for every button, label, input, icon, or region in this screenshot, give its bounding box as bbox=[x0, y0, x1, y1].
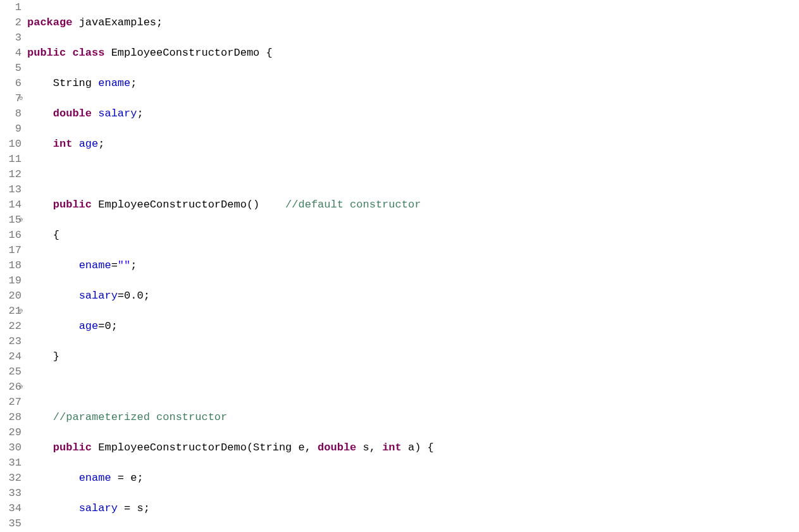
constructor-name: EmployeeConstructorDemo bbox=[98, 199, 247, 211]
code-line[interactable]: { bbox=[27, 228, 799, 243]
line-number: 13 bbox=[0, 182, 22, 197]
fold-icon[interactable]: ⊖ bbox=[19, 96, 23, 102]
punct: = bbox=[118, 290, 124, 302]
code-line[interactable]: salary=0.0; bbox=[27, 288, 799, 304]
punct: { bbox=[53, 229, 59, 241]
line-number: 14 bbox=[0, 197, 22, 213]
code-line[interactable]: int age; bbox=[27, 137, 799, 152]
keyword: public bbox=[53, 199, 92, 211]
fold-icon[interactable]: ⊖ bbox=[19, 308, 23, 314]
line-number: 34 bbox=[0, 501, 22, 516]
line-number: 35 bbox=[0, 516, 22, 531]
line-number: 11 bbox=[0, 152, 22, 167]
code-line[interactable]: public EmployeeConstructorDemo() //defau… bbox=[27, 197, 799, 213]
line-number: 6 bbox=[0, 76, 22, 91]
code-line[interactable]: public class EmployeeConstructorDemo { bbox=[27, 46, 799, 61]
code-line[interactable]: double salary; bbox=[27, 106, 799, 121]
code-area[interactable]: package javaExamples; public class Emplo… bbox=[26, 0, 799, 532]
line-number: 30 bbox=[0, 440, 22, 455]
line-number: 20 bbox=[0, 288, 22, 304]
code-line[interactable] bbox=[27, 167, 799, 182]
param: s bbox=[363, 442, 369, 454]
code-line[interactable]: } bbox=[27, 349, 799, 364]
code-line[interactable]: public EmployeeConstructorDemo(String e,… bbox=[27, 440, 799, 455]
punct: ; bbox=[111, 320, 118, 332]
punct: , bbox=[369, 442, 376, 454]
line-number: 27 bbox=[0, 395, 22, 410]
line-number: 9 bbox=[0, 121, 22, 137]
field: ename bbox=[79, 259, 111, 271]
line-number: 5 bbox=[0, 61, 22, 76]
field: ename bbox=[98, 77, 130, 89]
punct: ; bbox=[137, 472, 143, 484]
code-line[interactable]: ename=""; bbox=[27, 258, 799, 273]
punct: ; bbox=[130, 77, 137, 89]
line-number: 1 bbox=[0, 0, 22, 15]
keyword: double bbox=[53, 108, 92, 120]
code-line[interactable]: package javaExamples; bbox=[27, 15, 799, 30]
line-number: 4 bbox=[0, 46, 22, 61]
line-number: 19 bbox=[0, 273, 22, 288]
punct: = bbox=[118, 472, 124, 484]
number-literal: 0.0 bbox=[124, 290, 144, 302]
punct: ; bbox=[156, 16, 163, 28]
punct: = bbox=[124, 502, 130, 514]
field: age bbox=[79, 138, 99, 150]
line-number: 33 bbox=[0, 486, 22, 501]
line-number-gutter: 1 2 3 4 5 6 7⊖ 8 9 10 11 12 13 14 15⊖ 16… bbox=[0, 0, 26, 532]
line-number: 29 bbox=[0, 425, 22, 440]
number-literal: 0 bbox=[104, 320, 111, 332]
constructor-name: EmployeeConstructorDemo bbox=[98, 442, 247, 454]
fold-icon[interactable]: ⊖ bbox=[19, 384, 23, 390]
line-number: 2 bbox=[0, 15, 22, 30]
punct: ) bbox=[253, 199, 259, 211]
code-line[interactable] bbox=[27, 380, 799, 395]
line-number: 8 bbox=[0, 106, 22, 121]
field: salary bbox=[79, 502, 118, 514]
class-name: EmployeeConstructorDemo bbox=[111, 47, 260, 59]
code-line[interactable]: salary = s; bbox=[27, 501, 799, 516]
keyword: int bbox=[382, 442, 402, 454]
identifier: javaExamples bbox=[79, 16, 156, 28]
keyword: public bbox=[27, 47, 66, 59]
line-number[interactable]: 26⊖ bbox=[0, 380, 22, 395]
line-number: 31 bbox=[0, 455, 22, 471]
fold-icon[interactable]: ⊖ bbox=[19, 217, 23, 223]
code-line[interactable]: String ename; bbox=[27, 76, 799, 91]
line-number: 3 bbox=[0, 30, 22, 46]
line-number[interactable]: 15⊖ bbox=[0, 213, 22, 228]
punct: , bbox=[305, 442, 311, 454]
identifier: e bbox=[130, 472, 137, 484]
code-line[interactable]: //parameterized constructor bbox=[27, 410, 799, 425]
code-line[interactable]: ename = e; bbox=[27, 471, 799, 486]
line-number: 23 bbox=[0, 334, 22, 349]
type: String bbox=[253, 442, 292, 454]
line-number: 12 bbox=[0, 167, 22, 182]
line-number: 22 bbox=[0, 319, 22, 334]
keyword: class bbox=[72, 47, 104, 59]
punct: = bbox=[98, 320, 104, 332]
keyword: package bbox=[27, 16, 72, 28]
code-editor[interactable]: 1 2 3 4 5 6 7⊖ 8 9 10 11 12 13 14 15⊖ 16… bbox=[0, 0, 799, 532]
line-number[interactable]: 21⊖ bbox=[0, 304, 22, 319]
line-number: 18 bbox=[0, 258, 22, 273]
type: String bbox=[53, 77, 92, 89]
punct: = bbox=[111, 259, 118, 271]
punct: { bbox=[428, 442, 434, 454]
param: e bbox=[299, 442, 305, 454]
punct: ; bbox=[144, 290, 150, 302]
comment: //parameterized constructor bbox=[53, 411, 227, 423]
line-number: 32 bbox=[0, 471, 22, 486]
line-number: 24 bbox=[0, 349, 22, 364]
line-number: 16 bbox=[0, 228, 22, 243]
punct: ( bbox=[247, 199, 253, 211]
code-line[interactable]: age=0; bbox=[27, 319, 799, 334]
keyword: double bbox=[318, 442, 356, 454]
param: a bbox=[408, 442, 414, 454]
keyword: public bbox=[53, 442, 92, 454]
punct: ; bbox=[144, 502, 150, 514]
line-number: 25 bbox=[0, 364, 22, 380]
punct: ( bbox=[247, 442, 253, 454]
field: ename bbox=[79, 472, 111, 484]
line-number[interactable]: 7⊖ bbox=[0, 91, 22, 106]
